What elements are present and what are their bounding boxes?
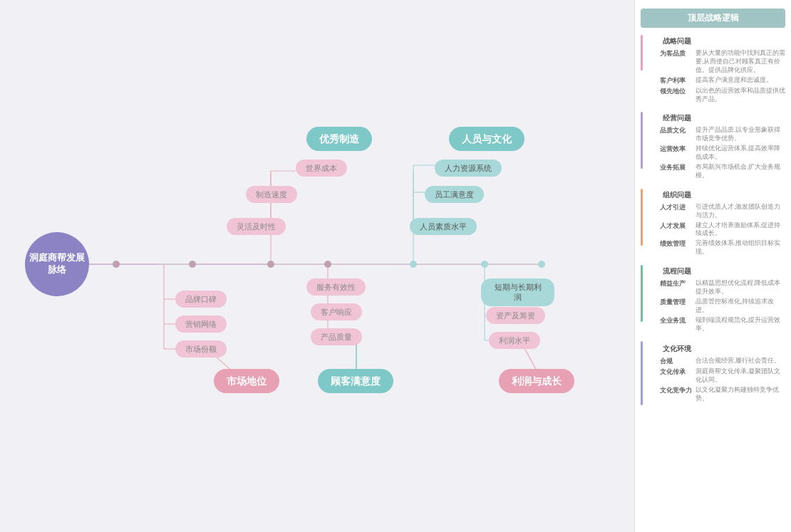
node-assets: 资产及筹资 <box>486 307 545 324</box>
strategy-item-2: 客户利率 提高客户满意度和忠诚度。 <box>646 76 788 85</box>
section-process-title: 流程问题 <box>657 265 788 278</box>
section-process: 流程问题 精益生产 以精益思想优化流程,降低成本提升效率。 质量管理 品质管控标… <box>635 264 791 335</box>
svg-point-37 <box>267 261 274 268</box>
node-flexibility: 灵活及时性 <box>227 218 286 235</box>
node-market-position[interactable]: 市场地位 <box>214 369 279 393</box>
org-item-2: 人才发展 建立人才培养激励体系,促进持续成长。 <box>646 221 788 239</box>
node-customer-response: 客户响应 <box>311 303 362 320</box>
culture-item-1: 合规 合法合规经营,履行社会责任。 <box>646 357 788 366</box>
node-excellent-manufacturing[interactable]: 优秀制造 <box>306 127 372 151</box>
ops-item-2: 运营效率 持续优化运营体系,提高效率降低成本。 <box>646 145 788 162</box>
central-node: 洞庭商帮发展脉络 <box>25 232 89 296</box>
ops-item-3: 业务拓展 布局新兴市场机会,扩大业务规模。 <box>646 163 788 180</box>
node-market-share: 市场份额 <box>175 340 227 358</box>
svg-point-35 <box>113 261 120 268</box>
right-panel: 顶层战略逻辑 战略问题 为客品质 要从大量的功能中找到真正的需要,从而使自己对顾… <box>634 0 791 532</box>
node-profit-level: 利润水平 <box>489 332 540 349</box>
node-service-effectiveness: 服务有效性 <box>306 278 366 296</box>
node-hr-system: 人力资源系统 <box>435 160 502 177</box>
svg-point-40 <box>481 261 488 268</box>
org-item-3: 绩效管理 完善绩效体系,推动组织目标实现。 <box>646 239 788 256</box>
section-culture-title: 文化环境 <box>657 343 788 355</box>
culture-item-3: 文化竞争力 以文化凝聚力构建独特竞争优势。 <box>646 386 788 403</box>
svg-point-39 <box>410 261 417 268</box>
node-short-long-profit: 短期与长期利润 <box>481 278 554 306</box>
node-world-cost: 世界成本 <box>296 160 347 177</box>
org-item-1: 人才引进 引进优质人才,激发团队创造力与活力。 <box>646 203 788 220</box>
node-employee-satisfaction: 员工满意度 <box>425 186 484 203</box>
svg-point-38 <box>324 261 331 268</box>
svg-point-41 <box>538 261 545 268</box>
section-operations-title: 经营问题 <box>657 112 788 125</box>
node-customer-satisfaction[interactable]: 顾客满意度 <box>318 369 393 393</box>
node-manufacturing-speed: 制造速度 <box>246 186 297 203</box>
strategy-item-1: 为客品质 要从大量的功能中找到真正的需要,从而使自己对顾客真正有价值。提供品牌化… <box>646 49 788 75</box>
node-people-culture[interactable]: 人员与文化 <box>449 127 524 151</box>
section-culture: 文化环境 合规 合法合规经营,履行社会责任。 文化传承 洞庭商帮文化传承,凝聚团… <box>635 340 791 407</box>
section-strategy-title: 战略问题 <box>657 35 788 48</box>
right-panel-title[interactable]: 顶层战略逻辑 <box>641 9 785 28</box>
culture-item-2: 文化传承 洞庭商帮文化传承,凝聚团队文化认同。 <box>646 367 788 385</box>
ops-item-1: 品质文化 提升产品品质,以专业形象获得市场竞争优势。 <box>646 126 788 143</box>
proc-item-2: 质量管理 品质管控标准化,持续追求改进。 <box>646 298 788 315</box>
section-org-title: 组织问题 <box>657 189 788 202</box>
proc-item-1: 精益生产 以精益思想优化流程,降低成本提升效率。 <box>646 279 788 296</box>
proc-item-3: 全业务流 端到端流程规范化,提升运营效率。 <box>646 316 788 333</box>
mind-map-container: 洞庭商帮发展脉络 优秀制造 世界成本 制造速度 灵活及时性 人员与文化 人力资源… <box>0 0 791 532</box>
node-brand-reputation: 品牌口碑 <box>175 291 227 308</box>
section-strategy: 战略问题 为客品质 要从大量的功能中找到真正的需要,从而使自己对顾客真正有价值。… <box>635 33 791 106</box>
node-personnel-level: 人员素质水平 <box>410 218 477 235</box>
svg-point-36 <box>189 261 196 268</box>
node-profit-growth[interactable]: 利润与成长 <box>499 369 574 393</box>
strategy-item-3: 领先地位 以出色的运营效率和品质提供优秀产品。 <box>646 87 788 104</box>
node-marketing-network: 营销网络 <box>175 315 227 333</box>
section-operations: 经营问题 品质文化 提升产品品质,以专业形象获得市场竞争优势。 运营效率 持续优… <box>635 110 791 182</box>
section-organization: 组织问题 人才引进 引进优质人才,激发团队创造力与活力。 人才发展 建立人才培养… <box>635 187 791 259</box>
node-product-quality: 产品质量 <box>311 328 362 345</box>
